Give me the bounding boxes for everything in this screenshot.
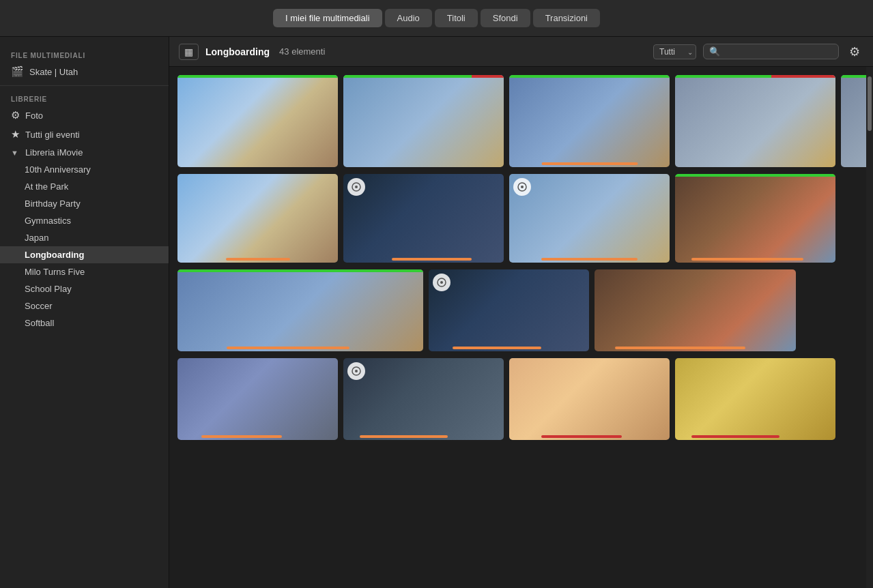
sidebar-item-at-the-park[interactable]: At the Park [0,178,169,195]
sidebar-item-foto[interactable]: ⚙ Foto [0,106,169,125]
tab-media[interactable]: I miei file multimediali [273,9,382,27]
sidebar-item-soccer[interactable]: Soccer [0,297,169,314]
item-park-label: At the Park [25,181,68,192]
item-10th-label: 10th Anniversary [25,164,91,175]
video-thumb[interactable] [509,358,670,440]
item-longboarding-label: Longboarding [25,250,84,260]
photos-icon: ⚙ [11,109,20,121]
clip-icon [347,178,365,196]
video-thumb[interactable] [675,358,835,440]
item-softball-label: Softball [25,318,54,328]
sidebar-item-skate-utah[interactable]: 🎬 Skate | Utah [0,62,169,81]
sidebar-item-softball[interactable]: Softball [0,314,169,332]
item-school-label: School Play [25,284,72,294]
sidebar-item-longboarding[interactable]: Longboarding [0,246,169,263]
content-title: Longboarding [205,46,270,57]
right-scrollbar[interactable] [866,67,873,588]
video-thumb[interactable] [675,174,835,263]
svg-point-5 [440,281,443,284]
grid-row-4 [177,358,858,440]
video-thumb[interactable] [595,269,796,351]
tutti-eventi-label: Tutti gli eventi [25,130,80,140]
sidebar: FILE MULTIMEDIALI 🎬 Skate | Utah LIBRERI… [0,37,169,588]
section-librerie-title: LIBRERIE [0,90,169,106]
sidebar-item-birthday-party[interactable]: Birthday Party [0,195,169,212]
grid-row-1 [177,75,858,167]
foto-label: Foto [25,111,43,121]
video-thumb[interactable] [177,174,338,263]
sidebar-item-libreria[interactable]: ▼ Libreria iMovie [0,144,169,161]
item-gym-label: Gymnastics [25,216,71,226]
clip-icon [513,178,531,196]
video-thumb[interactable] [343,358,504,440]
tab-backgrounds[interactable]: Sfondi [481,9,530,27]
svg-point-7 [355,370,358,372]
search-input[interactable] [724,46,833,57]
search-box: 🔍 [703,44,839,59]
top-toolbar: I miei file multimediali Audio Titoli Sf… [0,0,873,37]
svg-point-1 [355,186,358,188]
gear-icon: ⚙ [849,45,860,59]
star-icon: ★ [11,128,20,141]
scroll-thumb [868,76,872,131]
item-soccer-label: Soccer [25,301,52,311]
content-header: ▦ Longboarding 43 elementi Tutti Video F… [169,37,873,67]
sidebar-item-gymnastics[interactable]: Gymnastics [0,212,169,229]
content-count: 43 elementi [279,46,325,57]
video-grid [169,67,866,588]
video-thumb[interactable] [841,75,866,167]
sidebar-item-10th[interactable]: 10th Anniversary [0,161,169,178]
video-thumb[interactable] [177,269,423,351]
sidebar-item-japan[interactable]: Japan [0,229,169,246]
grid-row-3 [177,269,858,351]
main-area: FILE MULTIMEDIALI 🎬 Skate | Utah LIBRERI… [0,37,873,588]
item-japan-label: Japan [25,233,48,243]
tab-audio[interactable]: Audio [385,9,432,27]
content-area: ▦ Longboarding 43 elementi Tutti Video F… [169,37,873,588]
clip-icon [347,362,365,380]
video-thumb[interactable] [177,75,338,167]
video-thumb[interactable] [429,269,589,351]
video-thumb[interactable] [343,174,504,263]
section-media-title: FILE MULTIMEDIALI [0,46,169,62]
clip-icon [433,274,450,291]
video-thumb[interactable] [675,75,835,167]
grid-view-button[interactable]: ▦ [179,44,199,60]
settings-button[interactable]: ⚙ [846,43,863,61]
search-icon: 🔍 [709,46,720,57]
item-birthday-label: Birthday Party [25,199,81,209]
sidebar-item-milo[interactable]: Milo Turns Five [0,263,169,280]
grid-row-2 [177,174,858,263]
video-thumb[interactable] [177,358,338,440]
tab-transitions[interactable]: Transizioni [533,9,600,27]
video-thumb[interactable] [509,174,670,263]
tab-titles[interactable]: Titoli [435,9,478,27]
film-icon: 🎬 [11,65,24,78]
filter-dropdown[interactable]: Tutti Video Foto [653,44,696,59]
skate-utah-label: Skate | Utah [29,67,78,77]
video-thumb[interactable] [343,75,504,167]
grid-icon: ▦ [184,46,193,57]
sidebar-item-school-play[interactable]: School Play [0,280,169,297]
video-thumb[interactable] [509,75,670,167]
libreria-label: Libreria iMovie [25,147,83,158]
svg-point-3 [521,186,524,188]
sidebar-item-tutti-eventi[interactable]: ★ Tutti gli eventi [0,125,169,144]
arrow-down-icon: ▼ [11,149,18,157]
item-milo-label: Milo Turns Five [25,267,85,277]
